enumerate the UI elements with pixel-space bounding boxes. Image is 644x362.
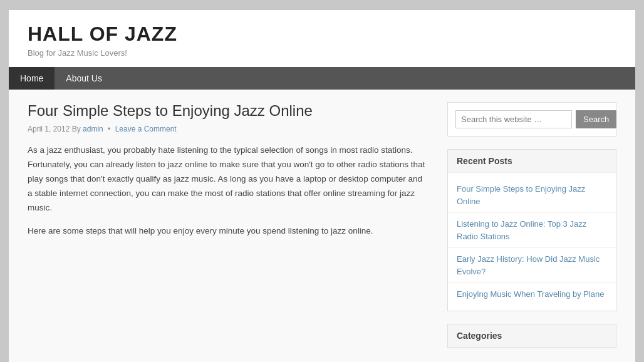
list-item: Listening to Jazz Online: Top 3 Jazz Rad… bbox=[448, 213, 616, 248]
site-description: Blog for Jazz Music Lovers! bbox=[28, 48, 616, 58]
recent-posts-widget: Recent Posts Four Simple Steps to Enjoyi… bbox=[447, 149, 616, 311]
recent-post-link-2[interactable]: Listening to Jazz Online: Top 3 Jazz Rad… bbox=[448, 213, 616, 247]
search-input[interactable] bbox=[455, 110, 572, 128]
post-body: As a jazz enthusiast, you probably hate … bbox=[28, 143, 428, 239]
list-item: Enjoying Music When Traveling by Plane bbox=[448, 283, 616, 306]
sidebar: Search Recent Posts Four Simple Steps to… bbox=[447, 102, 616, 361]
nav-link-home[interactable]: Home bbox=[9, 67, 55, 90]
nav-item-about[interactable]: About Us bbox=[55, 67, 113, 90]
post-author-link[interactable]: admin bbox=[83, 125, 103, 133]
nav-link-about[interactable]: About Us bbox=[55, 67, 113, 90]
site-title: HALL OF JAZZ bbox=[28, 23, 616, 46]
recent-post-link-3[interactable]: Early Jazz History: How Did Jazz Music E… bbox=[448, 248, 616, 282]
list-item: Early Jazz History: How Did Jazz Music E… bbox=[448, 248, 616, 283]
recent-post-link-1[interactable]: Four Simple Steps to Enjoying Jazz Onlin… bbox=[448, 178, 616, 212]
categories-widget: Categories bbox=[447, 324, 616, 348]
post-paragraph-2: Here are some steps that will help you e… bbox=[28, 224, 428, 239]
post-date: April 1, 2012 bbox=[28, 125, 70, 133]
main-nav: Home About Us bbox=[9, 67, 635, 90]
search-button[interactable]: Search bbox=[576, 110, 616, 128]
meta-separator: • bbox=[108, 125, 113, 133]
categories-title: Categories bbox=[448, 324, 616, 348]
list-item: Four Simple Steps to Enjoying Jazz Onlin… bbox=[448, 178, 616, 213]
main-content: Four Simple Steps to Enjoying Jazz Onlin… bbox=[28, 102, 428, 361]
post-title: Four Simple Steps to Enjoying Jazz Onlin… bbox=[28, 102, 428, 120]
post-comment-link[interactable]: Leave a Comment bbox=[115, 125, 177, 133]
post-paragraph-1: As a jazz enthusiast, you probably hate … bbox=[28, 143, 428, 215]
post-meta: April 1, 2012 By admin • Leave a Comment bbox=[28, 125, 428, 133]
nav-item-home[interactable]: Home bbox=[9, 67, 55, 90]
search-widget: Search bbox=[447, 102, 616, 137]
recent-post-link-4[interactable]: Enjoying Music When Traveling by Plane bbox=[448, 283, 616, 306]
recent-posts-list: Four Simple Steps to Enjoying Jazz Onlin… bbox=[448, 173, 616, 311]
search-form: Search bbox=[448, 103, 616, 136]
post-by: By bbox=[72, 125, 83, 133]
recent-posts-title: Recent Posts bbox=[448, 150, 616, 173]
